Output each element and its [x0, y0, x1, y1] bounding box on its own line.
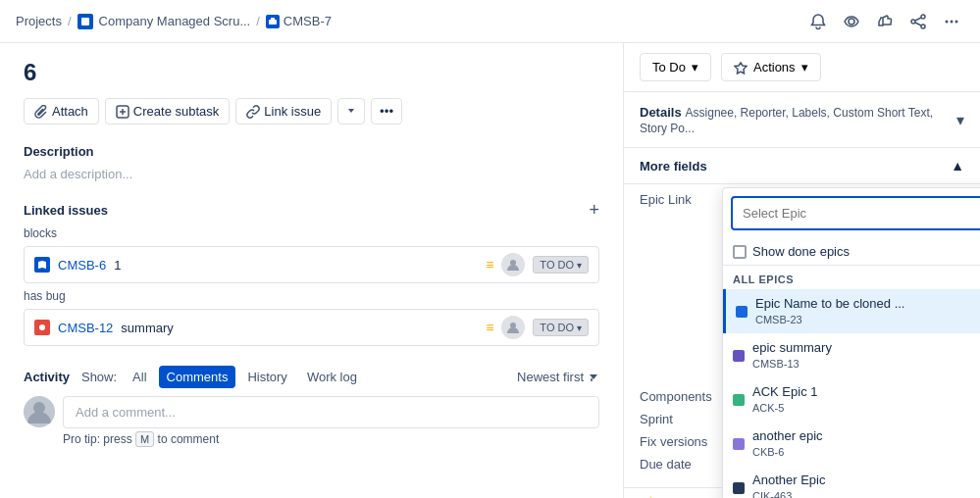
- toolbar: Attach Create subtask Link issue: [24, 98, 599, 124]
- activity-section: Activity Show: All Comments History Work…: [24, 366, 599, 446]
- svg-marker-20: [735, 63, 747, 74]
- epic-search-wrapper: [723, 188, 980, 238]
- show-label: Show:: [81, 370, 117, 384]
- breadcrumb-issue[interactable]: CMSB-7: [284, 14, 332, 28]
- svg-rect-2: [271, 18, 275, 21]
- svg-point-16: [39, 324, 45, 330]
- comment-area: Add a comment...: [24, 396, 599, 428]
- link-issue-button[interactable]: Link issue: [235, 98, 332, 124]
- epic-key: CIK-463: [752, 490, 792, 498]
- issue-type-story-icon: [34, 257, 50, 273]
- epic-info: epic summary CMSB-13: [752, 340, 980, 371]
- svg-line-7: [915, 23, 921, 25]
- status-badge-cmsb6[interactable]: TO DO ▾: [533, 256, 589, 274]
- svg-line-8: [915, 18, 921, 21]
- epic-info: Epic Name to be cloned ... CMSB-23: [755, 296, 980, 326]
- epic-key: CMSB-23: [755, 314, 802, 325]
- description-placeholder[interactable]: Add a description...: [24, 167, 599, 181]
- more-fields-chevron-icon: ▲: [951, 158, 964, 174]
- blocks-label: blocks: [24, 226, 599, 240]
- breadcrumb-project[interactable]: Company Managed Scru...: [99, 14, 251, 28]
- activity-header: Activity Show: All Comments History Work…: [24, 366, 599, 388]
- svg-point-9: [946, 20, 949, 23]
- toolbar-dropdown-button[interactable]: [337, 98, 365, 124]
- issue-key-cmsb6[interactable]: CMSB-6: [58, 258, 106, 273]
- svg-point-5: [911, 20, 915, 24]
- issue-key-cmsb12[interactable]: CMSB-12: [58, 321, 113, 335]
- tab-comments[interactable]: Comments: [159, 366, 236, 388]
- list-item[interactable]: ACK Epic 1 ACK-5: [723, 377, 980, 422]
- list-item[interactable]: another epic CKB-6: [723, 422, 980, 466]
- breadcrumb-sep-1: /: [68, 14, 72, 28]
- attach-button[interactable]: Attach: [24, 98, 99, 124]
- epic-color-dot: [733, 350, 745, 362]
- epic-key: CKB-6: [752, 446, 784, 458]
- pro-tip: Pro tip: press M to comment: [63, 432, 599, 446]
- epic-key: ACK-5: [752, 402, 784, 414]
- project-icon: [77, 14, 93, 29]
- epic-search-input[interactable]: [731, 196, 980, 230]
- issue-type-icon: [266, 15, 280, 28]
- epic-info: ACK Epic 1 ACK-5: [752, 384, 980, 415]
- avatar-2: [501, 316, 525, 339]
- left-panel: 6 Attach Create subtask: [0, 43, 624, 498]
- newest-first-button[interactable]: Newest first: [517, 370, 599, 384]
- list-item[interactable]: Another Epic CIK-463: [723, 466, 980, 498]
- tab-history[interactable]: History: [239, 366, 294, 388]
- nav-actions: [805, 9, 964, 34]
- activity-title: Activity: [24, 370, 70, 384]
- show-done-row[interactable]: Show done epics: [723, 238, 980, 266]
- avatar: [501, 253, 525, 276]
- notification-btn[interactable]: [805, 9, 831, 34]
- table-row: CMSB-6 1 ≡ TO DO ▾: [24, 246, 599, 283]
- svg-point-6: [921, 25, 925, 28]
- issue-type-bug-icon: [34, 320, 50, 335]
- epic-name: another epic: [752, 428, 980, 443]
- top-nav: Projects / Company Managed Scru... / CMS…: [0, 0, 980, 43]
- svg-point-4: [921, 15, 925, 19]
- show-done-label: Show done epics: [752, 244, 850, 259]
- actions-button[interactable]: Actions ▾: [721, 53, 821, 81]
- epic-color-dot: [733, 394, 745, 406]
- breadcrumb-sep-2: /: [256, 14, 260, 28]
- list-item[interactable]: epic summary CMSB-13: [723, 333, 980, 377]
- svg-point-3: [849, 19, 854, 25]
- status-dropdown[interactable]: To Do ▾: [640, 53, 711, 81]
- linked-issues-header: Linked issues +: [24, 201, 599, 219]
- has-bug-label: has bug: [24, 289, 599, 303]
- watch-btn[interactable]: [839, 9, 864, 34]
- epic-name: ACK Epic 1: [752, 384, 980, 399]
- more-fields-header[interactable]: More fields ▲: [624, 148, 980, 184]
- comment-input[interactable]: Add a comment...: [63, 396, 599, 428]
- more-fields-section: More fields ▲ Epic Link Show done epics: [624, 148, 980, 487]
- svg-rect-0: [81, 18, 89, 25]
- status-badge-cmsb12[interactable]: TO DO ▾: [533, 319, 589, 336]
- show-done-checkbox[interactable]: [733, 245, 747, 259]
- breadcrumb-projects[interactable]: Projects: [16, 14, 62, 28]
- details-chevron-icon[interactable]: ▾: [956, 111, 964, 129]
- toolbar-more-button[interactable]: •••: [371, 98, 402, 124]
- epic-info: Another Epic CIK-463: [752, 473, 980, 498]
- more-btn[interactable]: [939, 9, 964, 34]
- shortcut-key: M: [135, 431, 154, 447]
- epic-color-dot: [733, 482, 745, 494]
- priority-icon: ≡: [486, 257, 493, 273]
- more-fields-label: More fields: [640, 159, 707, 174]
- main-layout: 6 Attach Create subtask: [0, 43, 980, 498]
- like-btn[interactable]: [872, 9, 898, 34]
- share-btn[interactable]: [905, 9, 931, 34]
- tab-worklog[interactable]: Work log: [299, 366, 365, 388]
- table-row: CMSB-12 summary ≡ TO DO ▾: [24, 309, 599, 346]
- details-meta: Assignee, Reporter, Labels, Custom Short…: [640, 106, 933, 135]
- create-subtask-button[interactable]: Create subtask: [105, 98, 230, 124]
- epic-name: Epic Name to be cloned ...: [755, 296, 980, 311]
- tab-all[interactable]: All: [125, 366, 154, 388]
- epic-color-dot: [736, 306, 748, 318]
- add-link-button[interactable]: +: [589, 201, 599, 219]
- list-item[interactable]: Epic Name to be cloned ... CMSB-23: [723, 289, 980, 333]
- epic-dropdown: Show done epics ALL EPICS Epic Name to b…: [722, 187, 980, 498]
- epic-name: epic summary: [752, 340, 980, 355]
- description-title: Description: [24, 144, 599, 159]
- issue-number: 6: [24, 59, 599, 86]
- epic-name: Another Epic: [752, 473, 980, 487]
